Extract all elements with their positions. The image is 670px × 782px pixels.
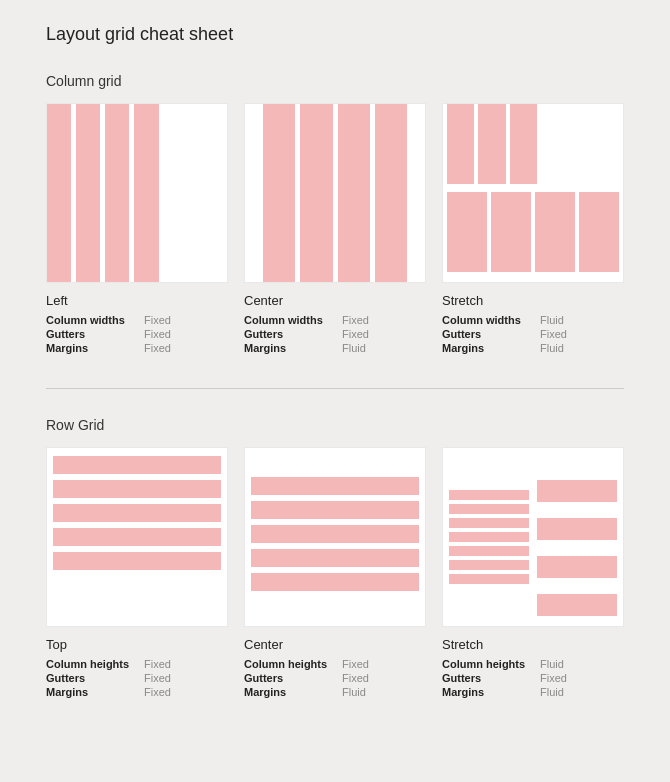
row-top-label: Top <box>46 637 228 652</box>
column-stretch-info: Column widthsFluid GuttersFixed MarginsF… <box>442 314 624 354</box>
column-stretch-diagram <box>442 103 624 283</box>
column-center-info: Column widthsFixed GuttersFixed MarginsF… <box>244 314 426 354</box>
row-top-item: Top Column heightsFixed GuttersFixed Mar… <box>46 447 228 700</box>
column-left-info: Column widthsFixed GuttersFixed MarginsF… <box>46 314 228 354</box>
column-grid-heading: Column grid <box>46 73 624 89</box>
row-top-diagram <box>46 447 228 627</box>
section-divider <box>46 388 624 389</box>
row-center-label: Center <box>244 637 426 652</box>
column-center-label: Center <box>244 293 426 308</box>
column-center-diagram <box>244 103 426 283</box>
row-stretch-info: Column heightsFluid GuttersFixed Margins… <box>442 658 624 698</box>
column-left-diagram <box>46 103 228 283</box>
column-left-item: Left Column widthsFixed GuttersFixed Mar… <box>46 103 228 356</box>
column-stretch-label: Stretch <box>442 293 624 308</box>
row-top-info: Column heightsFixed GuttersFixed Margins… <box>46 658 228 698</box>
column-center-item: Center Column widthsFixed GuttersFixed M… <box>244 103 426 356</box>
row-center-info: Column heightsFixed GuttersFixed Margins… <box>244 658 426 698</box>
row-stretch-item: Stretch Column heightsFluid GuttersFixed… <box>442 447 624 700</box>
row-grid-heading: Row Grid <box>46 417 624 433</box>
column-left-label: Left <box>46 293 228 308</box>
row-center-item: Center Column heightsFixed GuttersFixed … <box>244 447 426 700</box>
column-grid-row: Left Column widthsFixed GuttersFixed Mar… <box>46 103 624 356</box>
column-stretch-item: Stretch Column widthsFluid GuttersFixed … <box>442 103 624 356</box>
page-title: Layout grid cheat sheet <box>46 24 624 45</box>
column-grid-section: Column grid Left <box>46 73 624 356</box>
row-stretch-label: Stretch <box>442 637 624 652</box>
row-center-diagram <box>244 447 426 627</box>
row-grid-row: Top Column heightsFixed GuttersFixed Mar… <box>46 447 624 700</box>
row-grid-section: Row Grid Top Column heightsFixed Gutters… <box>46 417 624 700</box>
row-stretch-diagram <box>442 447 624 627</box>
